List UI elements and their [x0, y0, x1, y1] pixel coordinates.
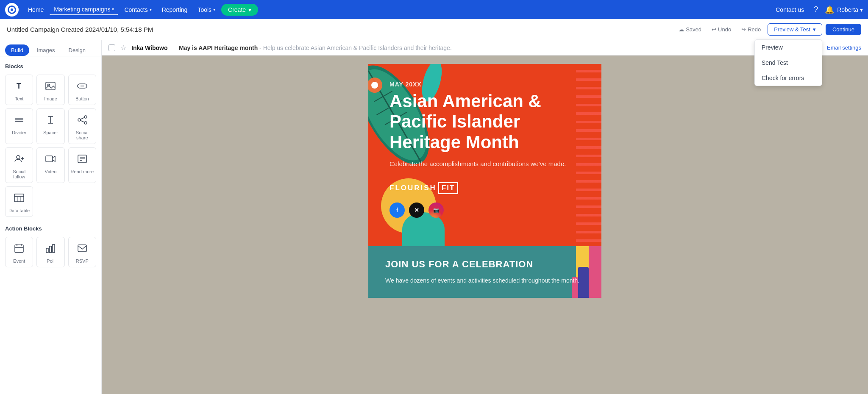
text-label: Text: [15, 96, 23, 101]
spacer-icon: [43, 112, 58, 128]
nav-reporting[interactable]: Reporting: [158, 5, 192, 15]
facebook-icon[interactable]: f: [389, 203, 405, 218]
dropdown-send-test[interactable]: Send Test: [755, 55, 822, 70]
sender-name: Inka Wibowo: [131, 44, 174, 51]
email-hero: MAY 20XX Asian American & Pacific Island…: [368, 64, 601, 246]
deco-pink: [589, 246, 601, 298]
sidebar-tabs: Build Images Design: [0, 40, 101, 56]
button-icon: [75, 78, 90, 94]
video-label: Video: [45, 169, 57, 174]
nav-contacts[interactable]: Contacts ▾: [120, 5, 156, 15]
redo-button[interactable]: ↪ Redo: [738, 25, 764, 34]
svg-line-15: [81, 121, 84, 122]
social-share-block[interactable]: Social share: [68, 108, 96, 144]
svg-rect-24: [14, 194, 24, 202]
button-label: Button: [75, 96, 89, 101]
event-label: Event: [13, 258, 25, 264]
brand-box: FIT: [438, 182, 459, 194]
image-block[interactable]: Image: [36, 75, 64, 105]
read-more-label: Read more: [71, 169, 94, 174]
saved-status: ☁ Saved: [675, 25, 705, 34]
tab-design[interactable]: Design: [63, 44, 92, 56]
social-share-icon: [75, 112, 90, 128]
event-block[interactable]: Event: [5, 237, 33, 267]
poll-icon: [43, 241, 58, 256]
data-table-label: Data table: [8, 208, 30, 213]
button-block[interactable]: Button: [68, 75, 96, 105]
chevron-down-icon: ▾: [213, 7, 215, 12]
help-icon[interactable]: ?: [810, 4, 822, 16]
hero-subtitle: Celebrate the accomplishments and contri…: [389, 159, 580, 169]
celebration-content: JOIN US FOR A CELEBRATION We have dozens…: [385, 259, 584, 285]
email-subject: May is AAPI Heritage month - Help us cel…: [179, 44, 452, 51]
preview-test-button[interactable]: Preview & Test ▾: [768, 23, 822, 36]
svg-text:T: T: [17, 82, 21, 90]
user-menu[interactable]: Roberta ▾: [837, 6, 863, 13]
read-more-icon: [75, 151, 90, 166]
poll-block[interactable]: Poll: [36, 237, 64, 267]
rsvp-label: RSVP: [76, 258, 89, 264]
app-logo[interactable]: [5, 3, 19, 17]
dropdown-check-errors[interactable]: Check for errors: [755, 70, 822, 86]
main-layout: Build Images Design Blocks T Text: [0, 40, 868, 394]
dropdown-preview[interactable]: Preview: [755, 40, 822, 55]
social-follow-label: Social follow: [7, 169, 31, 179]
text-icon: T: [11, 78, 27, 94]
tab-build[interactable]: Build: [5, 44, 29, 56]
celebration-text: We have dozens of events and activities …: [385, 276, 584, 285]
email-dash: -: [259, 44, 263, 51]
instagram-icon[interactable]: 📷: [428, 203, 444, 218]
celebration-title: JOIN US FOR A CELEBRATION: [385, 259, 584, 270]
canvas-area: MAY 20XX Asian American & Pacific Island…: [102, 55, 868, 394]
preview-test-dropdown: Preview Send Test Check for errors: [754, 39, 822, 86]
hero-date: MAY 20XX: [389, 81, 580, 88]
chevron-down-icon: ▾: [112, 7, 114, 11]
email-settings-link[interactable]: Email settings: [827, 44, 861, 51]
nav-tools[interactable]: Tools ▾: [193, 5, 220, 15]
nav-contact-us[interactable]: Contact us: [771, 5, 808, 15]
data-table-block[interactable]: Data table: [5, 186, 33, 217]
cloud-icon: ☁: [679, 26, 684, 33]
divider-block[interactable]: Divider: [5, 108, 33, 144]
preview-test-container: Preview & Test ▾ Preview Send Test Check…: [768, 23, 822, 36]
video-block[interactable]: Video: [36, 147, 64, 183]
social-share-label: Social share: [70, 130, 94, 140]
nav-marketing-campaigns[interactable]: Marketing campaigns ▾: [50, 4, 118, 15]
tab-images[interactable]: Images: [31, 44, 61, 56]
read-more-block[interactable]: Read more: [68, 147, 96, 183]
svg-line-14: [81, 118, 84, 119]
svg-rect-19: [46, 156, 53, 162]
star-icon[interactable]: ☆: [120, 44, 126, 52]
campaign-bar: Untitled Campaign Created 2024/01/10, 5:…: [0, 19, 868, 40]
video-icon: [43, 151, 58, 166]
continue-button[interactable]: Continue: [826, 24, 861, 35]
action-blocks-title: Action Blocks: [5, 225, 96, 232]
spacer-label: Spacer: [43, 130, 58, 135]
event-icon: [11, 241, 27, 256]
email-checkbox[interactable]: [108, 44, 115, 51]
notifications-icon[interactable]: 🔔: [823, 4, 835, 16]
social-follow-icon: [11, 151, 27, 166]
divider-label: Divider: [12, 130, 26, 135]
twitter-x-icon[interactable]: ✕: [409, 203, 424, 218]
data-table-icon: [11, 190, 27, 205]
text-block[interactable]: T Text: [5, 75, 33, 105]
canvas-content: MAY 20XX Asian American & Pacific Island…: [102, 55, 868, 306]
poll-label: Poll: [47, 258, 54, 264]
hero-content: MAY 20XX Asian American & Pacific Island…: [389, 81, 580, 218]
svg-rect-32: [46, 248, 48, 252]
svg-rect-28: [15, 245, 23, 252]
brand-name: FLOURISH: [389, 184, 437, 192]
rsvp-block[interactable]: RSVP: [68, 237, 96, 267]
email-canvas: MAY 20XX Asian American & Pacific Island…: [368, 64, 601, 298]
spacer-block[interactable]: Spacer: [36, 108, 64, 144]
create-button[interactable]: Create ▾: [221, 4, 258, 16]
campaign-title: Untitled Campaign Created 2024/01/10, 5:…: [7, 26, 675, 33]
undo-button[interactable]: ↩ Undo: [708, 25, 734, 34]
email-celebration: JOIN US FOR A CELEBRATION We have dozens…: [368, 246, 601, 298]
hero-brand: FLOURISH FIT: [389, 182, 580, 194]
nav-home[interactable]: Home: [24, 5, 48, 15]
sidebar-content: Blocks T Text Image: [0, 56, 101, 283]
svg-point-44: [371, 82, 378, 89]
social-follow-block[interactable]: Social follow: [5, 147, 33, 183]
